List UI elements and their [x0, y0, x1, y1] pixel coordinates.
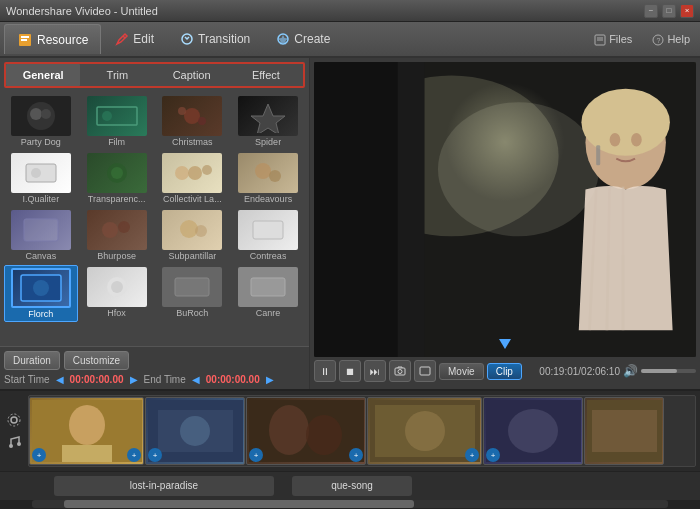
svg-point-35: [195, 225, 207, 237]
clip-item[interactable]: +: [367, 397, 482, 465]
nav-bar: Resource Edit Transition Create Files ? …: [0, 22, 700, 58]
svg-rect-41: [175, 278, 209, 296]
minimize-button[interactable]: −: [644, 4, 658, 18]
timeline-left-buttons: [4, 410, 24, 452]
effect-item[interactable]: Spider: [231, 94, 305, 149]
clip-item[interactable]: +: [145, 397, 245, 465]
help-button[interactable]: ? Help: [646, 30, 696, 47]
svg-marker-21: [251, 104, 285, 133]
timeline-clips-container: + + + + +: [28, 395, 696, 467]
clip-item[interactable]: + +: [29, 397, 144, 465]
effect-item[interactable]: BuRoch: [156, 265, 230, 322]
tab-edit[interactable]: Edit: [103, 24, 166, 54]
effect-label: Canvas: [26, 251, 57, 261]
app-title: Wondershare Vivideo - Untitled: [6, 5, 158, 17]
effect-label: Christmas: [172, 137, 213, 147]
resource-icon: [17, 32, 33, 48]
clip-label-lost: lost-in-paradise: [54, 476, 274, 496]
tab-transition-label: Transition: [198, 32, 250, 46]
effect-item[interactable]: Endeavours: [231, 151, 305, 206]
svg-point-68: [180, 416, 210, 446]
clip-item[interactable]: +: [483, 397, 583, 465]
effect-item[interactable]: Bhurpose: [80, 208, 154, 263]
effect-thumbnail: [162, 96, 222, 136]
timeline-music-icon[interactable]: [4, 432, 24, 452]
effect-label: Florch: [28, 309, 53, 319]
timeline-scrollbar-row: [0, 500, 700, 509]
effect-thumbnail: [238, 267, 298, 307]
sub-tab-trim[interactable]: Trim: [80, 64, 154, 86]
maximize-button[interactable]: □: [662, 4, 676, 18]
tab-create[interactable]: Create: [264, 24, 342, 54]
svg-rect-47: [398, 62, 425, 357]
clip-item[interactable]: [584, 397, 664, 465]
svg-rect-55: [596, 145, 600, 165]
left-panel-bottom: Duration Customize Start Time ◀ 00:00:00…: [0, 346, 309, 389]
files-button[interactable]: Files: [588, 30, 638, 47]
effect-item[interactable]: I.Qualiter: [4, 151, 78, 206]
effect-item[interactable]: Christmas: [156, 94, 230, 149]
duration-button[interactable]: Duration: [4, 351, 60, 370]
volume-icon[interactable]: 🔊: [623, 364, 638, 378]
close-button[interactable]: ×: [680, 4, 694, 18]
stop-button[interactable]: ⏹: [339, 360, 361, 382]
customize-button[interactable]: Customize: [64, 351, 129, 370]
svg-point-64: [69, 405, 105, 445]
screen-button[interactable]: [414, 360, 436, 382]
tab-resource[interactable]: Resource: [4, 24, 101, 54]
timeline-settings-icon[interactable]: [4, 410, 24, 430]
svg-rect-2: [21, 39, 27, 41]
svg-point-15: [41, 109, 51, 119]
video-preview: [314, 62, 696, 357]
next-frame-button[interactable]: ⏭: [364, 360, 386, 382]
effect-thumbnail: [11, 268, 71, 308]
effect-item[interactable]: Contreas: [231, 208, 305, 263]
effect-label: Bhurpose: [97, 251, 136, 261]
svg-point-33: [118, 221, 130, 233]
end-time-label: End Time: [144, 374, 186, 385]
nav-right-buttons: Files ? Help: [588, 30, 696, 47]
right-panel: ⏸ ⏹ ⏭ Movie Clip 00:19:01/02:06:10 🔊: [310, 58, 700, 389]
pause-button[interactable]: ⏸: [314, 360, 336, 382]
volume-slider[interactable]: [641, 369, 696, 373]
effect-thumbnail: [162, 153, 222, 193]
effect-item[interactable]: Canre: [231, 265, 305, 322]
effect-thumbnail: [87, 153, 147, 193]
sub-tab-caption[interactable]: Caption: [155, 64, 229, 86]
svg-rect-78: [592, 410, 657, 452]
effect-item[interactable]: Hfox: [80, 265, 154, 322]
help-icon: ?: [652, 32, 664, 45]
end-time-arrow-left[interactable]: ◀: [192, 374, 200, 385]
start-time-arrow-left[interactable]: ◀: [56, 374, 64, 385]
camera-button[interactable]: [389, 360, 411, 382]
clip-button[interactable]: Clip: [487, 363, 522, 380]
clip-badge-left: +: [32, 448, 46, 462]
end-time-arrow-right[interactable]: ▶: [266, 374, 274, 385]
timeline-scrollbar[interactable]: [32, 500, 668, 508]
clip-badge-right: +: [349, 448, 363, 462]
effect-thumbnail: [162, 267, 222, 307]
effect-item[interactable]: Subpantillar: [156, 208, 230, 263]
svg-point-38: [33, 280, 49, 296]
svg-rect-65: [62, 445, 112, 462]
create-icon: [276, 32, 290, 47]
effect-label: Collectivit La...: [163, 194, 222, 204]
svg-point-30: [269, 170, 281, 182]
tab-transition[interactable]: Transition: [168, 24, 262, 54]
effect-item[interactable]: Film: [80, 94, 154, 149]
svg-marker-3: [117, 34, 127, 44]
effect-label: I.Qualiter: [23, 194, 60, 204]
effect-item[interactable]: Canvas: [4, 208, 78, 263]
start-time-arrow-right[interactable]: ▶: [130, 374, 138, 385]
effect-item[interactable]: Party Dog: [4, 94, 78, 149]
effect-item[interactable]: Collectivit La...: [156, 151, 230, 206]
svg-rect-31: [24, 219, 58, 241]
effect-item[interactable]: Transparenc...: [80, 151, 154, 206]
svg-line-4: [123, 36, 125, 38]
clip-item[interactable]: + +: [246, 397, 366, 465]
effect-thumbnail: [11, 96, 71, 136]
movie-button[interactable]: Movie: [439, 363, 484, 380]
effect-item-selected[interactable]: Florch: [4, 265, 78, 322]
sub-tab-effect[interactable]: Effect: [229, 64, 303, 86]
sub-tab-general[interactable]: General: [6, 64, 80, 86]
